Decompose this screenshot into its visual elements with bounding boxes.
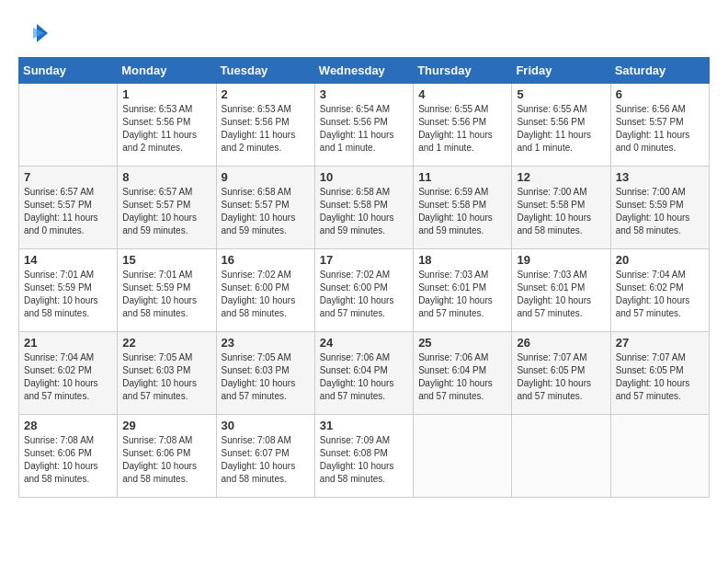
day-number: 15 [122,253,210,267]
day-number: 3 [320,87,408,101]
day-number: 2 [222,87,310,101]
day-number: 13 [616,170,704,184]
weekday-header-row: SundayMondayTuesdayWednesdayThursdayFrid… [19,58,710,84]
calendar-cell: 2Sunrise: 6:53 AM Sunset: 5:56 PM Daylig… [216,84,314,167]
logo [18,18,50,48]
day-number: 25 [418,336,506,350]
day-number: 17 [320,253,408,267]
week-row-3: 21Sunrise: 7:04 AM Sunset: 6:02 PM Dayli… [19,332,710,415]
weekday-friday: Friday [512,58,610,84]
calendar-cell: 25Sunrise: 7:06 AM Sunset: 6:04 PM Dayli… [414,332,512,415]
weekday-saturday: Saturday [610,58,709,84]
day-number: 7 [24,170,112,184]
day-number: 4 [418,87,506,101]
weekday-sunday: Sunday [19,58,118,84]
day-number: 6 [616,87,704,101]
cell-info: Sunrise: 6:55 AM Sunset: 5:56 PM Dayligh… [517,103,605,155]
calendar-cell: 11Sunrise: 6:59 AM Sunset: 5:58 PM Dayli… [414,167,512,249]
calendar-cell [512,415,610,498]
calendar-cell: 23Sunrise: 7:05 AM Sunset: 6:03 PM Dayli… [216,332,314,415]
calendar-cell: 16Sunrise: 7:02 AM Sunset: 6:00 PM Dayli… [216,249,314,332]
calendar-cell: 7Sunrise: 6:57 AM Sunset: 5:57 PM Daylig… [19,167,118,249]
calendar-cell: 3Sunrise: 6:54 AM Sunset: 5:56 PM Daylig… [314,84,413,167]
calendar-cell: 17Sunrise: 7:02 AM Sunset: 6:00 PM Dayli… [314,249,413,332]
cell-info: Sunrise: 7:00 AM Sunset: 5:58 PM Dayligh… [517,186,605,237]
calendar-cell: 15Sunrise: 7:01 AM Sunset: 5:59 PM Dayli… [118,249,216,332]
cell-info: Sunrise: 7:02 AM Sunset: 6:00 PM Dayligh… [222,269,310,320]
calendar-cell: 19Sunrise: 7:03 AM Sunset: 6:01 PM Dayli… [512,249,610,332]
cell-info: Sunrise: 6:58 AM Sunset: 5:57 PM Dayligh… [222,186,310,237]
cell-info: Sunrise: 7:04 AM Sunset: 6:02 PM Dayligh… [616,269,704,320]
cell-info: Sunrise: 6:53 AM Sunset: 5:56 PM Dayligh… [222,103,310,155]
calendar-cell: 13Sunrise: 7:00 AM Sunset: 5:59 PM Dayli… [610,167,709,249]
calendar-cell: 4Sunrise: 6:55 AM Sunset: 5:56 PM Daylig… [414,84,512,167]
cell-info: Sunrise: 6:57 AM Sunset: 5:57 PM Dayligh… [24,186,112,237]
calendar-cell: 8Sunrise: 6:57 AM Sunset: 5:57 PM Daylig… [118,167,216,249]
day-number: 28 [24,419,112,432]
calendar-cell: 29Sunrise: 7:08 AM Sunset: 6:06 PM Dayli… [118,415,216,498]
cell-info: Sunrise: 7:03 AM Sunset: 6:01 PM Dayligh… [517,269,605,320]
calendar-cell [610,415,709,498]
calendar-cell: 9Sunrise: 6:58 AM Sunset: 5:57 PM Daylig… [216,167,314,249]
calendar-cell: 20Sunrise: 7:04 AM Sunset: 6:02 PM Dayli… [610,249,709,332]
day-number: 23 [222,336,310,350]
calendar-cell [19,84,118,167]
cell-info: Sunrise: 7:07 AM Sunset: 6:05 PM Dayligh… [517,351,605,403]
cell-info: Sunrise: 6:56 AM Sunset: 5:57 PM Dayligh… [616,103,704,155]
cell-info: Sunrise: 7:08 AM Sunset: 6:06 PM Dayligh… [24,434,112,486]
cell-info: Sunrise: 6:59 AM Sunset: 5:58 PM Dayligh… [418,186,506,237]
day-number: 31 [320,419,408,432]
day-number: 20 [616,253,704,267]
calendar-table: SundayMondayTuesdayWednesdayThursdayFrid… [18,57,710,498]
day-number: 24 [320,336,408,350]
cell-info: Sunrise: 7:08 AM Sunset: 6:07 PM Dayligh… [222,434,310,486]
day-number: 18 [418,253,506,267]
cell-info: Sunrise: 6:54 AM Sunset: 5:56 PM Dayligh… [320,103,408,155]
cell-info: Sunrise: 7:06 AM Sunset: 6:04 PM Dayligh… [418,351,506,403]
cell-info: Sunrise: 7:01 AM Sunset: 5:59 PM Dayligh… [122,269,210,320]
day-number: 10 [320,170,408,184]
cell-info: Sunrise: 7:08 AM Sunset: 6:06 PM Dayligh… [122,434,210,486]
week-row-2: 14Sunrise: 7:01 AM Sunset: 5:59 PM Dayli… [19,249,710,332]
calendar-cell: 21Sunrise: 7:04 AM Sunset: 6:02 PM Dayli… [19,332,118,415]
cell-info: Sunrise: 7:05 AM Sunset: 6:03 PM Dayligh… [222,351,310,403]
weekday-thursday: Thursday [414,58,512,84]
cell-info: Sunrise: 7:03 AM Sunset: 6:01 PM Dayligh… [418,269,506,320]
header [18,18,710,48]
cell-info: Sunrise: 7:06 AM Sunset: 6:04 PM Dayligh… [320,351,408,403]
calendar-cell [414,415,512,498]
day-number: 22 [122,336,210,350]
day-number: 27 [616,336,704,350]
calendar-cell: 26Sunrise: 7:07 AM Sunset: 6:05 PM Dayli… [512,332,610,415]
cell-info: Sunrise: 7:00 AM Sunset: 5:59 PM Dayligh… [616,186,704,237]
day-number: 5 [517,87,605,101]
cell-info: Sunrise: 7:09 AM Sunset: 6:08 PM Dayligh… [320,434,408,486]
calendar-cell: 12Sunrise: 7:00 AM Sunset: 5:58 PM Dayli… [512,167,610,249]
day-number: 29 [122,419,210,432]
week-row-4: 28Sunrise: 7:08 AM Sunset: 6:06 PM Dayli… [19,415,710,498]
calendar-cell: 28Sunrise: 7:08 AM Sunset: 6:06 PM Dayli… [19,415,118,498]
day-number: 30 [222,419,310,432]
week-row-0: 1Sunrise: 6:53 AM Sunset: 5:56 PM Daylig… [19,84,710,167]
day-number: 12 [517,170,605,184]
day-number: 19 [517,253,605,267]
weekday-wednesday: Wednesday [314,58,413,84]
weekday-monday: Monday [118,58,216,84]
calendar-cell: 18Sunrise: 7:03 AM Sunset: 6:01 PM Dayli… [414,249,512,332]
day-number: 1 [122,87,210,101]
day-number: 11 [418,170,506,184]
weekday-tuesday: Tuesday [216,58,314,84]
day-number: 21 [24,336,112,350]
cell-info: Sunrise: 7:04 AM Sunset: 6:02 PM Dayligh… [24,351,112,403]
cell-info: Sunrise: 7:07 AM Sunset: 6:05 PM Dayligh… [616,351,704,403]
calendar-cell: 27Sunrise: 7:07 AM Sunset: 6:05 PM Dayli… [610,332,709,415]
cell-info: Sunrise: 7:02 AM Sunset: 6:00 PM Dayligh… [320,269,408,320]
cell-info: Sunrise: 7:05 AM Sunset: 6:03 PM Dayligh… [122,351,210,403]
calendar-cell: 5Sunrise: 6:55 AM Sunset: 5:56 PM Daylig… [512,84,610,167]
calendar-cell: 22Sunrise: 7:05 AM Sunset: 6:03 PM Dayli… [118,332,216,415]
calendar-cell: 10Sunrise: 6:58 AM Sunset: 5:58 PM Dayli… [314,167,413,249]
calendar-cell: 14Sunrise: 7:01 AM Sunset: 5:59 PM Dayli… [19,249,118,332]
cell-info: Sunrise: 6:53 AM Sunset: 5:56 PM Dayligh… [122,103,210,155]
cell-info: Sunrise: 6:57 AM Sunset: 5:57 PM Dayligh… [122,186,210,237]
day-number: 14 [24,253,112,267]
